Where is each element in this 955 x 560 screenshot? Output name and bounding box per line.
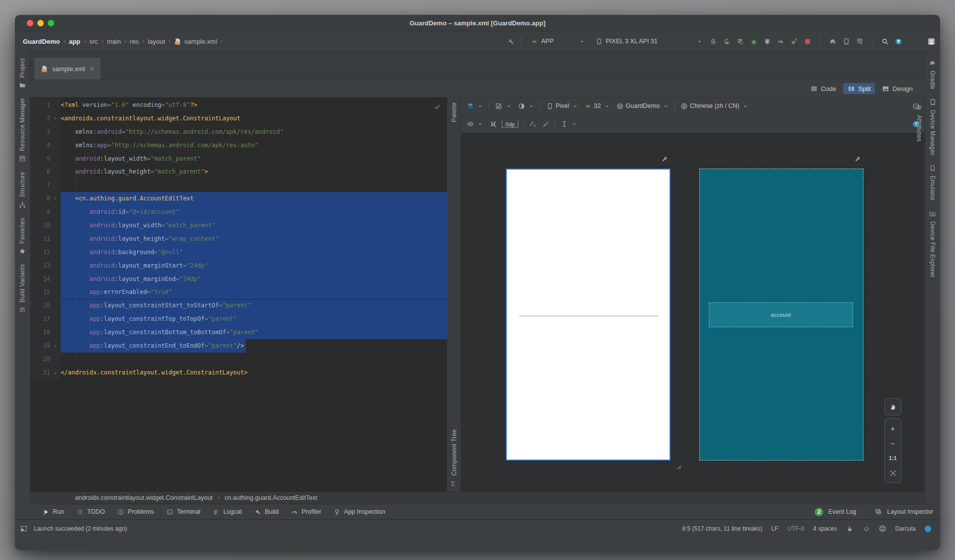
breadcrumb-item[interactable]: GuardDemo [23,38,60,45]
sidebar-item-emulator[interactable]: Emulator [929,164,937,200]
code-line[interactable]: 21▵</androidx.constraintlayout.widget.Co… [30,366,447,379]
code-line[interactable]: 13 android:layout_marginStart="24dp" [30,259,447,273]
tool-logcat[interactable]: Logcat [212,508,242,516]
fold-marker[interactable]: ▿ [50,192,61,205]
sidebar-item-device-manager[interactable]: Device Manager [929,98,937,156]
breadcrumb-item[interactable]: src [90,38,98,45]
tool-problems[interactable]: Problems [117,508,154,516]
tab-palette[interactable]: Palette [451,102,458,122]
tool-window-toggle-icon[interactable] [20,525,28,533]
element-breadcrumb-item[interactable]: cn.authing.guard.AccountEditText [225,494,317,501]
tool-app-inspection[interactable]: App Inspection [333,508,385,516]
rerun-icon[interactable] [709,37,717,45]
search-everywhere-icon[interactable] [881,37,889,45]
zoom-reset-button[interactable]: 1:1 [885,451,901,466]
locale-select[interactable]: Chinese (zh / CN) [680,102,749,110]
avatar[interactable] [927,37,935,45]
resize-handle[interactable] [673,462,681,469]
build-hammer-icon[interactable] [507,37,515,45]
device-select[interactable]: PIXEL 3 XL API 31 [592,36,706,47]
debug-icon[interactable] [750,37,758,45]
code-line[interactable]: 17 app:layout_constraintTop_toTopOf="par… [30,312,447,326]
code-line[interactable]: 9 android:id="@+id/account" [30,205,447,219]
tool-build[interactable]: Build [254,508,279,516]
sidebar-item-project[interactable]: Project [18,58,26,89]
surface-select[interactable] [466,102,484,110]
tab-sample-xml[interactable]: </> sample.xml ✕ [34,58,100,80]
code-editor[interactable]: 1<?xml version="1.0" encoding="utf-8"?>2… [30,97,447,491]
frown-icon[interactable]: ☹ [879,525,886,533]
code-line[interactable]: 7 [30,179,447,192]
maximize-button[interactable] [48,20,54,26]
sidebar-item-structure[interactable]: Structure [18,172,26,208]
code-line[interactable]: 1<?xml version="1.0" encoding="utf-8"?> [30,98,447,112]
tool-event-log[interactable]: Event Log [828,508,856,515]
code-line[interactable]: 19▵ app:layout_constraintEnd_toEndOf="pa… [30,339,447,353]
inspection-ok-icon[interactable] [433,102,441,110]
tool-terminal[interactable]: Terminal [166,508,200,516]
tool-layout-inspector[interactable]: Layout Inspector [887,508,933,515]
breadcrumb-item[interactable]: res [130,38,139,45]
breadcrumb-item[interactable]: main [107,38,121,45]
clear-constraints-icon[interactable] [529,120,537,128]
code-line[interactable]: 11 android:layout_height="wrap_content" [30,232,447,246]
sync-project-icon[interactable] [829,37,837,45]
indent-setting[interactable]: 4 spaces [813,525,837,532]
orientation-select[interactable] [494,102,512,110]
code-line[interactable]: 2▿<androidx.constraintlayout.widget.Cons… [30,112,447,125]
night-mode-select[interactable] [517,102,535,110]
attach-debugger-icon[interactable] [790,37,798,45]
pack-select[interactable] [560,120,578,128]
profile-icon[interactable] [776,37,784,45]
zoom-in-button[interactable]: + [885,421,901,436]
minimize-button[interactable] [37,20,44,26]
code-line[interactable]: 20 [30,353,447,366]
wrench-icon[interactable] [661,155,669,163]
line-ending[interactable]: LF [771,525,778,532]
design-canvas[interactable]: account + − 1:1 [461,133,925,491]
apply-changes-icon[interactable]: A [723,37,731,45]
close-tab-icon[interactable]: ✕ [90,66,95,72]
blueprint-preview[interactable]: account [699,169,863,461]
zoom-out-button[interactable]: − [885,436,901,451]
caret-position[interactable]: 8:5 (517 chars, 11 line breaks) [682,525,762,532]
sidebar-item-device-file-explorer[interactable]: Device File Explorer [929,210,937,278]
infer-constraints-icon[interactable] [542,120,550,128]
zoom-fit-button[interactable] [885,466,901,480]
element-breadcrumb-item[interactable]: androidx.constraintlayout.widget.Constra… [75,494,213,501]
view-mode-design[interactable]: Design [878,83,917,94]
sidebar-item-favorites[interactable]: Favorites [18,218,26,255]
theme-name[interactable]: Darcula [895,525,916,532]
lock-icon[interactable] [846,525,854,533]
accountedittext-widget[interactable]: account [709,302,853,327]
sidebar-item-resource-manager[interactable]: Resource Manager [18,98,26,163]
view-mode-code[interactable]: Code [806,83,840,94]
tool-todo[interactable]: TODO [76,508,105,516]
run-config-select[interactable]: APP [527,36,589,47]
tool-run[interactable]: Run [42,508,64,516]
sdk-manager-icon[interactable] [856,37,863,45]
code-line[interactable]: 14 android:layout_marginEnd="24dp" [30,273,447,286]
view-mode-split[interactable]: Split [843,83,874,94]
tab-component-tree[interactable]: Component Tree [451,429,458,476]
autoconnect-off-icon[interactable] [489,120,497,128]
sidebar-item-gradle[interactable]: Gradle [929,59,937,90]
pan-button[interactable] [884,398,901,415]
code-line[interactable]: 3 xmlns:android="http://schemas.android.… [30,125,447,139]
update-icon[interactable] [894,37,902,45]
view-options[interactable] [466,120,484,128]
tool-profiler[interactable]: Profiler [290,508,321,516]
code-line[interactable]: 16 app:layout_constraintStart_toStartOf=… [30,299,447,312]
code-line[interactable]: 4 xmlns:app="http://schemas.android.com/… [30,139,447,152]
breadcrumb-item[interactable]: app [69,38,80,45]
tab-attributes[interactable]: Attributes [915,103,923,142]
sidebar-item-build-variants[interactable]: Build Variants [18,264,26,314]
close-button[interactable] [27,20,33,26]
fold-marker[interactable]: ▵ [50,339,61,353]
device-manager-icon[interactable] [842,37,850,45]
run-with-coverage-icon[interactable] [763,37,771,45]
default-margin-control[interactable]: 0dp [502,120,518,128]
design-preview[interactable] [506,169,670,461]
code-line[interactable]: 10 android:layout_width="match_parent" [30,219,447,232]
code-line[interactable]: 12 android:background="@null" [30,246,447,259]
